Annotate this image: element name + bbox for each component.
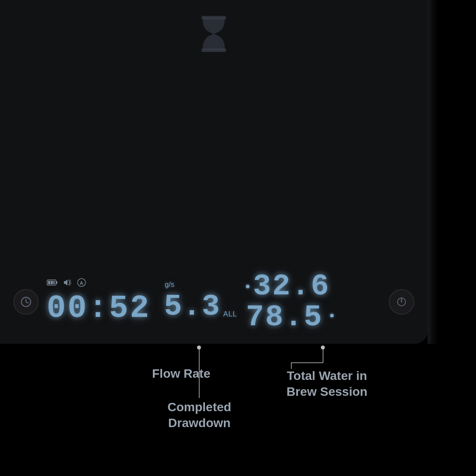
dot-top [246, 285, 249, 288]
flow-rate-display: 5.3 [164, 290, 220, 324]
display-area: A 00:52 g/s 5.3 ALL 32.6 78.5 [0, 260, 428, 344]
line-flow-rate-v [199, 350, 200, 365]
svg-rect-0 [201, 16, 226, 19]
clock-icon [20, 296, 32, 308]
clock-button[interactable] [13, 289, 39, 315]
svg-text:A: A [80, 280, 83, 285]
svg-rect-4 [48, 281, 50, 284]
svg-rect-1 [201, 48, 226, 52]
weight-bottom-display: 78.5 [246, 302, 323, 332]
timer-section: A 00:52 [47, 278, 151, 327]
power-button[interactable] [389, 289, 414, 315]
flow-rate-label: Flow Rate [152, 366, 210, 382]
dot-flow-rate-connector [197, 346, 201, 350]
timer-display: 00:52 [47, 290, 151, 327]
line-water-v [323, 350, 324, 363]
weight-section: 32.6 78.5 [246, 271, 334, 332]
power-icon [395, 296, 408, 308]
svg-rect-7 [56, 281, 57, 284]
flow-rate-section: g/s 5.3 ALL [164, 281, 237, 324]
flow-unit-label: g/s [165, 281, 174, 289]
flow-mode-label: ALL [223, 310, 237, 318]
dot-bottom [330, 314, 334, 317]
labels-area: Flow Rate Completed Drawdown Total Water… [0, 344, 476, 476]
weight-top-display: 32.6 [253, 271, 330, 301]
dot-water-connector [321, 346, 325, 350]
battery-icon [47, 279, 58, 287]
water-label: Total Water in Brew Session [286, 368, 368, 400]
status-icons: A [47, 278, 86, 289]
line-drawdown-v [199, 365, 200, 398]
hourglass-icon [196, 14, 231, 54]
svg-rect-6 [53, 281, 55, 284]
right-shadow [428, 0, 439, 344]
drawdown-label: Completed Drawdown [167, 399, 231, 431]
auto-icon: A [77, 278, 86, 289]
line-water-h [291, 362, 323, 363]
svg-rect-5 [51, 281, 53, 284]
volume-icon [63, 279, 72, 288]
device-panel: A 00:52 g/s 5.3 ALL 32.6 78.5 [0, 0, 428, 344]
